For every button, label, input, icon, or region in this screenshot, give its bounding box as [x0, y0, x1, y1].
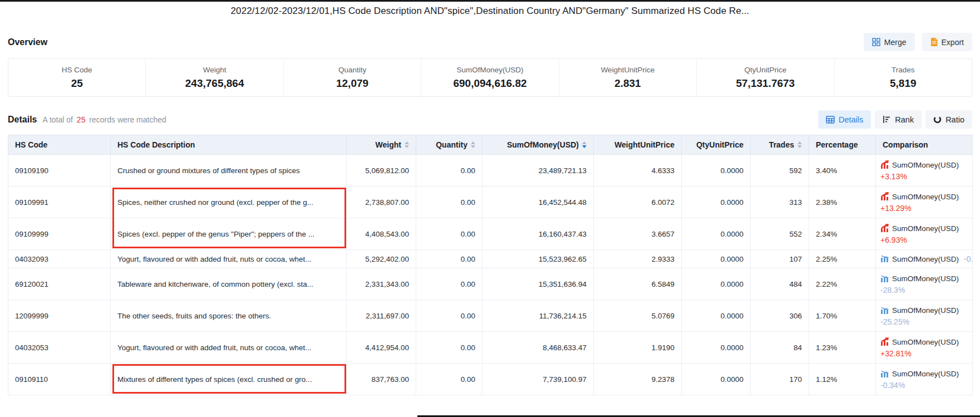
quantity-cell: 0.00	[416, 300, 482, 332]
comparison-cell: SumOfMoney(USD)-0.34%	[876, 364, 973, 395]
comparison-change: -28.3%	[880, 286, 969, 295]
comparison-cell: SumOfMoney(USD)+6.93%	[876, 218, 973, 250]
comparison-change: +3.13%	[880, 172, 969, 181]
column-header-trades[interactable]: Trades	[751, 135, 809, 155]
trades-cell: 84	[751, 332, 809, 364]
weight-cell: 2,331,343.00	[347, 268, 416, 300]
column-header-quantity[interactable]: Quantity	[416, 135, 482, 155]
page-title: 2022/12/02-2023/12/01,HS Code Descriptio…	[231, 6, 750, 16]
stat-value: 57,131.7673	[736, 77, 795, 90]
stat-label: Weight	[203, 66, 226, 74]
match-summary-suffix: records were matched	[89, 115, 166, 124]
column-header-weight[interactable]: Weight	[347, 135, 416, 155]
trend-chart-up-icon	[880, 160, 889, 170]
weight-unit-price-cell: 5.0769	[594, 300, 682, 332]
stat-label: HS Code	[62, 66, 92, 74]
description-cell: Mixtures of different types of spices (e…	[111, 364, 347, 395]
qty-unit-price-cell: 0.0000	[682, 155, 751, 187]
trades-cell: 306	[751, 300, 809, 332]
comparison-change: -0.	[964, 254, 972, 263]
column-header-hs-code: HS Code	[8, 135, 111, 155]
column-header-label: Weight	[376, 140, 401, 149]
export-button[interactable]: Export	[922, 33, 972, 51]
view-button-ratio[interactable]: Ratio	[925, 110, 972, 129]
qty-unit-price-cell: 0.0000	[682, 364, 751, 395]
stat-value: 2.831	[614, 77, 641, 90]
comparison-cell: SumOfMoney(USD)-25.25%	[876, 300, 973, 332]
description-cell: Yogurt, flavoured or with added fruit, n…	[111, 332, 347, 364]
rank-icon	[883, 115, 891, 124]
sum-of-money-cell: 15,351,636.94	[482, 268, 594, 300]
stat-value: 690,094,616.82	[453, 77, 526, 90]
comparison-cell: SumOfMoney(USD)-0.	[876, 250, 973, 268]
sort-carets-icon	[471, 141, 475, 148]
trades-cell: 484	[751, 268, 809, 300]
overview-stat: WeightUnitPrice 2.831	[559, 59, 697, 96]
qty-unit-price-cell: 0.0000	[682, 332, 751, 364]
comparison-metric: SumOfMoney(USD)	[892, 274, 959, 283]
stat-value: 243,765,864	[185, 77, 244, 90]
view-button-label: Rank	[895, 115, 914, 124]
trend-chart-up-icon	[880, 192, 889, 202]
hs-code-cell: 09109110	[8, 364, 111, 395]
column-header-comparison: Comparison	[876, 135, 973, 155]
weight-cell: 5,292,402.00	[347, 250, 416, 268]
column-header-label: Quantity	[436, 140, 467, 149]
column-header-label: QtyUnitPrice	[696, 140, 743, 149]
merge-grid-icon	[872, 38, 880, 46]
hs-code-cell: 04032093	[8, 250, 111, 268]
column-header-label: SumOfMoney(USD)	[507, 140, 579, 149]
weight-cell: 5,069,812.00	[347, 155, 416, 187]
weight-unit-price-cell: 6.0072	[594, 187, 682, 218]
table-row: 09109110Mixtures of different types of s…	[8, 364, 973, 395]
overview-stat: SumOfMoney(USD) 690,094,616.82	[421, 59, 559, 96]
stat-label: Trades	[892, 66, 915, 74]
column-header-percentage: Percentage	[809, 135, 876, 155]
trades-cell: 552	[751, 218, 809, 250]
hs-code-cell: 09109190	[8, 155, 111, 187]
match-summary-prefix: A total of	[42, 115, 72, 124]
trend-chart-down-icon	[880, 254, 889, 264]
column-header-label: Percentage	[816, 140, 858, 149]
qty-unit-price-cell: 0.0000	[682, 218, 751, 250]
top-window-strip	[0, 0, 980, 2]
sum-of-money-cell: 8,468,633.47	[482, 332, 594, 364]
description-cell: Spices, neither crushed nor ground (excl…	[111, 187, 347, 218]
view-button-details[interactable]: Details	[818, 110, 871, 129]
view-button-rank[interactable]: Rank	[875, 110, 922, 129]
column-header-sumofmoney-usd-[interactable]: SumOfMoney(USD)	[482, 135, 594, 155]
trend-chart-up-icon	[880, 224, 889, 234]
ratio-icon	[933, 115, 942, 124]
match-count: 25	[77, 115, 86, 124]
column-header-qtyunitprice: QtyUnitPrice	[682, 135, 751, 155]
quantity-cell: 0.00	[416, 332, 482, 364]
weight-unit-price-cell: 9.2378	[594, 364, 682, 395]
comparison-cell: SumOfMoney(USD)-28.3%	[876, 268, 973, 300]
trades-cell: 170	[751, 364, 809, 395]
comparison-cell: SumOfMoney(USD)+3.13%	[876, 155, 973, 187]
sum-of-money-cell: 7,739,100.97	[482, 364, 594, 395]
overview-stat: Quantity 12,079	[284, 59, 421, 96]
quantity-cell: 0.00	[416, 155, 482, 187]
percentage-cell: 2.22%	[809, 268, 876, 300]
overview-stat: HS Code 25	[8, 59, 146, 96]
comparison-change: -25.25%	[880, 317, 969, 326]
column-header-hs-code-description: HS Code Description	[111, 135, 347, 155]
percentage-cell: 2.38%	[809, 187, 876, 218]
hs-code-cell: 04032053	[8, 332, 111, 364]
merge-button[interactable]: Merge	[864, 33, 915, 51]
details-heading: Details	[8, 115, 37, 125]
weight-cell: 837,763.00	[347, 364, 416, 395]
percentage-cell: 1.23%	[809, 332, 876, 364]
stat-label: WeightUnitPrice	[601, 66, 655, 74]
percentage-cell: 1.12%	[809, 364, 876, 395]
overview-stats-card: HS Code 25 Weight 243,765,864 Quantity 1…	[8, 58, 972, 97]
comparison-metric: SumOfMoney(USD)	[892, 338, 959, 346]
weight-cell: 2,738,807.00	[347, 187, 416, 218]
weight-unit-price-cell: 4.6333	[594, 155, 682, 187]
comparison-cell: SumOfMoney(USD)+32.81%	[876, 332, 973, 364]
table-row: 04032053Yogurt, flavoured or with added …	[8, 332, 973, 364]
sort-carets-icon	[582, 141, 587, 148]
stat-label: Quantity	[338, 66, 366, 74]
merge-button-label: Merge	[884, 38, 907, 47]
